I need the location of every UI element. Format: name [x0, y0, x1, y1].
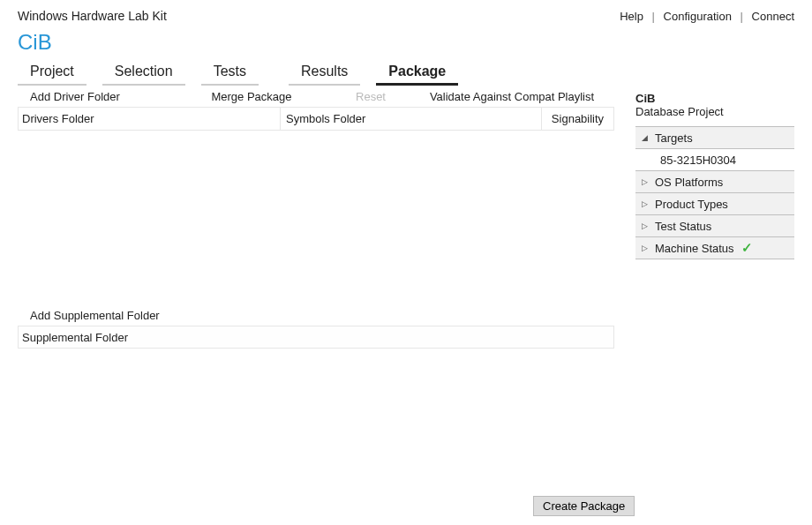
panel-title: CiB [635, 92, 794, 105]
create-package-button[interactable]: Create Package [533, 496, 635, 516]
drivers-table-body [18, 131, 614, 307]
column-supplemental-folder[interactable]: Supplemental Folder [22, 331, 128, 344]
separator: | [741, 10, 743, 23]
chevron-right-icon: ▷ [639, 199, 650, 208]
tab-tests[interactable]: Tests [201, 60, 259, 86]
tree-test-status[interactable]: ▷ Test Status [635, 214, 794, 237]
validate-playlist-button[interactable]: Validate Against Compat Playlist [415, 86, 609, 107]
help-link[interactable]: Help [620, 10, 643, 23]
project-name: CiB [0, 25, 812, 56]
tab-selection[interactable]: Selection [102, 60, 185, 86]
top-links: Help | Configuration | Connect [620, 10, 794, 23]
connect-link[interactable]: Connect [752, 10, 794, 23]
merge-package-button[interactable]: Merge Package [177, 86, 327, 107]
tree-label: Test Status [655, 220, 711, 233]
tree-machine-status[interactable]: ▷ Machine Status ✓ [635, 236, 794, 259]
column-drivers-folder[interactable]: Drivers Folder [19, 112, 280, 125]
column-symbols-folder[interactable]: Symbols Folder [280, 108, 541, 130]
tree-label: 85-3215H0304 [660, 154, 736, 167]
package-toolbar: Add Driver Folder Merge Package Reset Va… [18, 86, 614, 108]
app-title: Windows Hardware Lab Kit [18, 9, 620, 23]
panel-subtitle: Database Project [635, 105, 794, 118]
check-icon: ✓ [741, 240, 753, 256]
configuration-link[interactable]: Configuration [664, 10, 732, 23]
supplemental-table-header: Supplemental Folder [18, 326, 614, 349]
add-driver-folder-button[interactable]: Add Driver Folder [18, 86, 177, 107]
tree-target-item[interactable]: 85-3215H0304 [635, 148, 794, 171]
chevron-right-icon: ▷ [639, 177, 650, 186]
tree-label: Product Types [655, 198, 728, 211]
column-signability[interactable]: Signability [541, 108, 613, 130]
project-info-panel: CiB Database Project ◢ Targets 85-3215H0… [614, 86, 794, 349]
drivers-table-header: Drivers Folder Symbols Folder Signabilit… [18, 108, 614, 131]
separator: | [652, 10, 655, 23]
add-supplemental-folder-button[interactable]: Add Supplemental Folder [18, 307, 614, 326]
chevron-down-icon: ◢ [639, 133, 650, 142]
tree-os-platforms[interactable]: ▷ OS Platforms [635, 170, 794, 193]
tab-package[interactable]: Package [376, 60, 458, 86]
tree-label: Targets [655, 131, 693, 145]
reset-button: Reset [327, 86, 415, 107]
tree-product-types[interactable]: ▷ Product Types [635, 192, 794, 215]
chevron-right-icon: ▷ [639, 221, 650, 230]
tab-project[interactable]: Project [18, 60, 86, 86]
tab-results[interactable]: Results [289, 60, 360, 86]
tab-bar: Project Selection Tests Results Package [0, 60, 812, 86]
tree-label: Machine Status [655, 242, 734, 255]
tree-label: OS Platforms [655, 176, 723, 189]
tree-targets[interactable]: ◢ Targets [635, 126, 794, 149]
chevron-right-icon: ▷ [639, 244, 650, 252]
